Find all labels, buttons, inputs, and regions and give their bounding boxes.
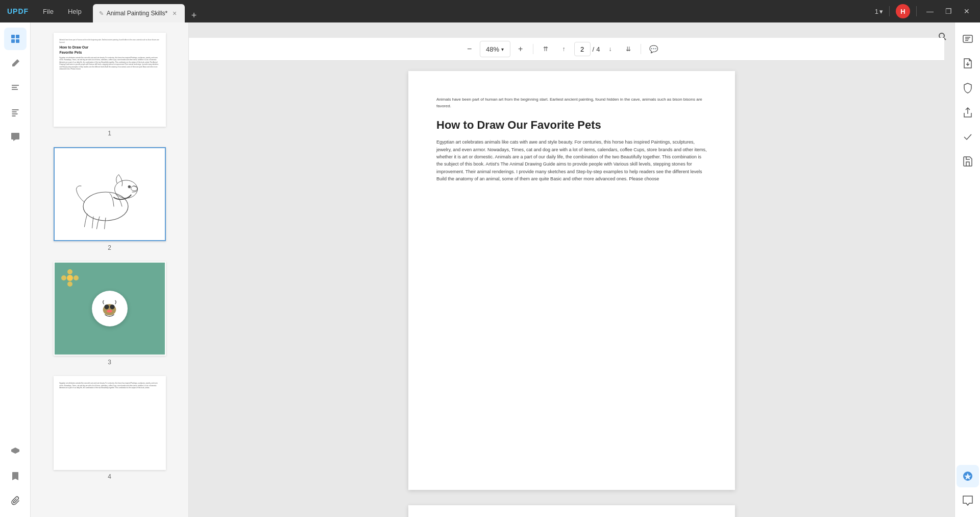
first-page-btn[interactable]: ⇈ <box>537 41 554 57</box>
sidebar-bookmark-btn[interactable] <box>4 465 27 487</box>
page-input-area: / 4 <box>574 42 600 56</box>
zoom-out-btn[interactable]: − <box>461 41 478 57</box>
svg-point-10 <box>67 281 72 287</box>
prev-page-btn[interactable]: ↑ <box>556 41 572 57</box>
new-tab-btn[interactable]: + <box>187 8 201 22</box>
thumbnail-page-3[interactable]: 3 <box>54 262 166 366</box>
svg-rect-0 <box>11 35 15 38</box>
svg-point-11 <box>61 275 66 280</box>
thumb-wrapper-3[interactable] <box>54 262 166 356</box>
thumb-medallion-bg <box>55 263 165 355</box>
last-page-btn[interactable]: ⇊ <box>620 41 636 57</box>
total-pages: 4 <box>596 45 600 53</box>
page-selector[interactable]: 1 ▾ <box>875 8 883 15</box>
doc-area: − 48% ▾ + ⇈ ↑ / 4 ↓ ⇊ 💬 Animals have bee… <box>189 22 954 517</box>
thumb-num-1: 1 <box>108 130 111 137</box>
user-avatar[interactable]: H <box>896 4 910 18</box>
thumb-intro-1: Animals have been part of human art from… <box>60 39 160 43</box>
svg-point-15 <box>104 304 109 309</box>
svg-point-6 <box>131 186 137 191</box>
left-sidebar <box>0 22 31 517</box>
page1-intro: Animals have been part of human art from… <box>436 97 707 110</box>
divider <box>889 6 890 16</box>
menu-help[interactable]: Help <box>61 0 89 22</box>
sidebar-layers-btn[interactable] <box>4 440 27 463</box>
comment-btn[interactable]: 💬 <box>645 41 662 57</box>
doc-toolbar: − 48% ▾ + ⇈ ↑ / 4 ↓ ⇊ 💬 <box>189 38 944 61</box>
right-comment-btn[interactable] <box>957 489 979 512</box>
thumbnail-page-2[interactable]: 2 <box>54 147 166 251</box>
svg-point-9 <box>67 269 72 274</box>
topbar-right: 1 ▾ H — ❐ ✕ <box>875 4 980 18</box>
thumb-wrapper-2[interactable] <box>54 147 166 241</box>
sidebar-edit-btn[interactable] <box>4 52 27 75</box>
svg-point-16 <box>110 304 114 309</box>
thumb-wrapper-1[interactable]: Animals have been part of human art from… <box>54 33 166 127</box>
logo: UPDF <box>7 7 29 15</box>
svg-point-17 <box>107 310 112 313</box>
thumbnail-page-4[interactable]: Egyptian art celebrates animals like cat… <box>54 376 166 480</box>
thumb-flower-1 <box>60 268 80 288</box>
right-check-btn[interactable] <box>957 126 979 148</box>
topbar: UPDF File Help ✎ Animal Painting Skills*… <box>0 0 980 22</box>
thumb-content-2 <box>55 148 165 240</box>
thumb-wrapper-4[interactable]: Egyptian art celebrates animals like cat… <box>54 376 166 470</box>
minimize-btn[interactable]: — <box>923 4 937 18</box>
thumb-content-3 <box>55 263 165 355</box>
thumb-medallion <box>92 291 128 326</box>
tab-animal-painting[interactable]: ✎ Animal Painting Skills* × <box>93 4 185 22</box>
zoom-in-btn[interactable]: + <box>512 41 529 57</box>
right-extract-btn[interactable] <box>957 52 979 75</box>
doc-page-1: Animals have been part of human art from… <box>408 71 735 490</box>
toolbar-div1 <box>533 44 533 54</box>
thumb-num-2: 2 <box>108 244 111 251</box>
thumb-content-1: Animals have been part of human art from… <box>55 34 165 126</box>
tab-edit-icon: ✎ <box>99 10 104 17</box>
next-page-btn[interactable]: ↓ <box>602 41 618 57</box>
svg-point-7 <box>128 185 131 188</box>
thumb-dog-svg <box>69 153 151 235</box>
svg-point-5 <box>114 180 137 198</box>
doc-page-2 <box>408 505 735 517</box>
thumb-num-3: 3 <box>108 359 111 366</box>
zoom-display[interactable]: 48% ▾ <box>480 41 510 57</box>
sidebar-thumbnail-btn[interactable] <box>4 28 27 50</box>
logo-area: UPDF <box>0 0 36 22</box>
maximize-btn[interactable]: ❐ <box>941 4 955 18</box>
thumb-body-1: Egyptian art celebrates animals like cat… <box>60 57 160 70</box>
close-btn[interactable]: ✕ <box>960 4 974 18</box>
page1-body: Egyptian art celebrates animals like cat… <box>436 138 707 182</box>
tab-close-btn[interactable]: × <box>170 9 179 17</box>
sidebar-text-btn[interactable] <box>4 77 27 99</box>
svg-rect-2 <box>11 39 15 43</box>
thumb-content-4: Egyptian art celebrates animals like cat… <box>55 377 165 469</box>
right-sidebar <box>954 22 980 517</box>
thumbnail-page-1[interactable]: Animals have been part of human art from… <box>54 33 166 137</box>
tab-area: ✎ Animal Painting Skills* × + <box>93 0 201 22</box>
page1-heading: How to Draw Our Favorite Pets <box>436 118 707 133</box>
main-layout: Animals have been part of human art from… <box>0 22 980 517</box>
svg-point-8 <box>67 275 73 281</box>
divider2 <box>916 6 917 16</box>
thumbnail-panel: Animals have been part of human art from… <box>31 22 189 517</box>
toolbar-div2 <box>641 44 641 54</box>
thumb-num-4: 4 <box>108 473 111 480</box>
right-save-btn[interactable] <box>957 150 979 173</box>
tab-title: Animal Painting Skills* <box>107 10 167 17</box>
svg-point-12 <box>74 275 79 280</box>
thumb-title-1: How to Draw OurFavorite Pets <box>60 45 160 55</box>
right-ocr-btn[interactable] <box>957 28 979 50</box>
thumb-body-4: Egyptian art celebrates animals like cat… <box>60 382 160 389</box>
sidebar-paperclip-btn[interactable] <box>4 489 27 512</box>
sidebar-outline-btn[interactable] <box>4 101 27 124</box>
menu-file[interactable]: File <box>36 0 61 22</box>
right-security-btn[interactable] <box>957 77 979 99</box>
svg-rect-1 <box>16 35 19 38</box>
svg-rect-3 <box>16 39 19 43</box>
svg-point-4 <box>83 192 128 221</box>
page-separator: / <box>593 45 595 53</box>
right-ai-btn[interactable] <box>957 465 979 487</box>
right-share-btn[interactable] <box>957 101 979 124</box>
sidebar-comments-btn[interactable] <box>4 126 27 148</box>
page-number-input[interactable] <box>574 42 591 56</box>
